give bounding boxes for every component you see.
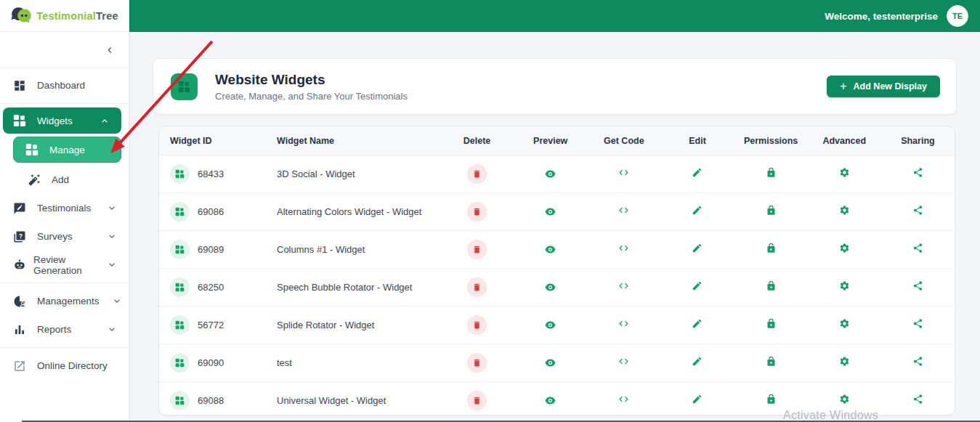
delete-button[interactable] [467, 164, 487, 184]
preview-button[interactable] [545, 359, 556, 367]
user-avatar[interactable]: TE [947, 5, 968, 27]
robot-icon [13, 259, 26, 272]
permissions-button[interactable] [766, 243, 777, 253]
sidebar-item-widgets[interactable]: Widgets [3, 107, 121, 134]
advanced-button[interactable] [839, 280, 850, 291]
advanced-button[interactable] [839, 167, 850, 178]
sharing-button[interactable] [912, 394, 923, 405]
add-new-display-button[interactable]: + Add New Display [827, 76, 940, 97]
advanced-button[interactable] [839, 394, 850, 405]
share-icon [912, 167, 923, 178]
lock-icon [766, 280, 777, 291]
permissions-button[interactable] [766, 356, 777, 367]
edit-button[interactable] [692, 167, 702, 178]
preview-button[interactable] [545, 246, 556, 253]
preview-button[interactable] [545, 283, 556, 291]
permissions-button[interactable] [766, 394, 777, 405]
delete-button[interactable] [467, 240, 487, 259]
get-code-button[interactable] [618, 394, 629, 405]
edit-button[interactable] [692, 280, 702, 291]
permissions-button[interactable] [766, 318, 777, 329]
sidebar-item-label: Online Directory [37, 360, 108, 371]
divider [0, 347, 129, 348]
code-icon [618, 243, 629, 253]
advanced-button[interactable] [839, 356, 850, 367]
trash-icon [472, 207, 482, 216]
permissions-button[interactable] [766, 167, 777, 178]
table-row: 69089 Columns #1 - Widget [159, 231, 955, 269]
widget-id: 69086 [198, 206, 224, 217]
widget-icon [170, 277, 190, 297]
widgets-icon [171, 73, 198, 100]
sidebar-item-dashboard[interactable]: Dashboard [0, 71, 129, 100]
main-content: Website Widgets Create, Manage, and Shar… [129, 32, 980, 422]
table-row: 69090 test [159, 344, 955, 382]
edit-button[interactable] [692, 205, 702, 216]
get-code-button[interactable] [618, 205, 629, 216]
delete-button[interactable] [467, 202, 487, 222]
page-subtitle: Create, Manage, and Share Your Testimoni… [215, 91, 408, 102]
column-header-permissions: Permissions [734, 136, 808, 146]
page-header-card: Website Widgets Create, Manage, and Shar… [153, 58, 957, 115]
gear-icon [839, 243, 850, 253]
widget-icon [170, 315, 190, 335]
code-icon [618, 394, 629, 405]
trash-icon [472, 320, 482, 330]
get-code-button[interactable] [618, 318, 629, 329]
advanced-button[interactable] [839, 205, 850, 216]
delete-button[interactable] [467, 315, 487, 335]
sidebar-item-reports[interactable]: Reports [0, 315, 129, 344]
brand-logo[interactable]: TestimonialTree [0, 0, 129, 32]
sharing-button[interactable] [912, 280, 923, 291]
trash-icon [472, 245, 482, 254]
get-code-button[interactable] [618, 167, 629, 178]
preview-button[interactable] [545, 170, 556, 178]
code-icon [618, 318, 629, 329]
permissions-button[interactable] [766, 205, 777, 216]
chevron-down-icon [105, 231, 118, 242]
preview-button[interactable] [545, 208, 556, 216]
get-code-button[interactable] [618, 280, 629, 291]
sidebar-item-testimonials[interactable]: Testimonials [0, 194, 129, 222]
sidebar-item-label: Manage [49, 145, 85, 155]
widget-id-cell: 69090 [159, 353, 266, 373]
widget-id: 68433 [198, 169, 224, 179]
sidebar-item-label: Dashboard [37, 80, 85, 91]
chevron-left-icon[interactable] [104, 44, 116, 56]
edit-button[interactable] [692, 394, 702, 405]
advanced-button[interactable] [839, 318, 850, 329]
sidebar-item-label: Managements [37, 296, 100, 307]
sidebar-item-online-directory[interactable]: Online Directory [0, 352, 129, 380]
delete-button[interactable] [467, 391, 487, 410]
sidebar-item-add[interactable]: Add [0, 166, 129, 194]
gear-icon [839, 356, 850, 367]
share-icon [912, 318, 923, 329]
sidebar-item-managements[interactable]: Managements [0, 287, 129, 315]
get-code-button[interactable] [618, 356, 629, 367]
sharing-button[interactable] [912, 167, 923, 178]
eye-icon [545, 321, 556, 329]
sharing-button[interactable] [912, 205, 923, 216]
sidebar-item-surveys[interactable]: Surveys [0, 222, 129, 251]
edit-button[interactable] [692, 356, 702, 367]
get-code-button[interactable] [618, 243, 629, 253]
sharing-button[interactable] [912, 356, 923, 367]
surveys-icon [13, 230, 26, 243]
sharing-button[interactable] [912, 318, 923, 329]
sidebar-item-manage[interactable]: Manage [13, 137, 121, 163]
delete-button[interactable] [467, 353, 487, 373]
table-row: 68250 Speech Bubble Rotator - Widget [159, 269, 955, 307]
widget-id-cell: 56772 [159, 315, 266, 335]
edit-button[interactable] [692, 243, 702, 253]
preview-button[interactable] [545, 321, 556, 329]
sidebar-item-label: Add [52, 174, 69, 185]
sharing-button[interactable] [912, 243, 923, 253]
edit-button[interactable] [692, 318, 702, 329]
pencil-icon [692, 205, 702, 216]
sidebar-item-review-generation[interactable]: Review Generation [0, 251, 129, 279]
advanced-button[interactable] [839, 243, 850, 253]
delete-button[interactable] [467, 277, 487, 297]
permissions-button[interactable] [766, 280, 777, 291]
preview-button[interactable] [545, 397, 556, 405]
table-body: 68433 3D Social - Widget 69086 Alternati… [159, 155, 955, 415]
